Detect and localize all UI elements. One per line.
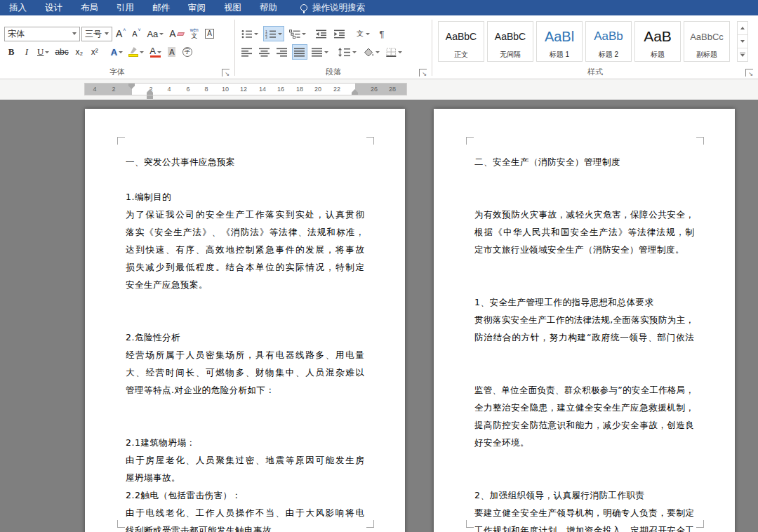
character-shading-button[interactable]: A — [165, 44, 179, 60]
strikethrough-button[interactable]: abc — [53, 44, 70, 60]
text-line[interactable]: 二、安全生产（消防安全）管理制度 — [474, 153, 694, 171]
text-line[interactable]: 监管、单位全面负责、群众积极参与”的安全工作格局， — [474, 381, 694, 399]
superscript-button[interactable]: x² — [88, 44, 102, 60]
style-card-subtitle[interactable]: AaBbCc 副标题 — [684, 21, 730, 62]
align-left-button[interactable] — [239, 44, 255, 60]
style-card-heading1[interactable]: AaBl 标题 1 — [536, 21, 583, 62]
page-2[interactable]: 二、安全生产（消防安全）管理制度 为有效预防火灾事故，减轻火灾危害，保障公共安全… — [434, 109, 735, 532]
text-line[interactable] — [474, 171, 694, 188]
text-line[interactable] — [474, 188, 694, 206]
subscript-button[interactable]: x₂ — [72, 44, 86, 60]
text-line[interactable] — [126, 416, 364, 434]
text-line[interactable] — [474, 346, 694, 364]
bullets-button[interactable] — [239, 26, 260, 41]
shading-button[interactable] — [361, 44, 382, 60]
text-line[interactable]: 防治结合的方针，努力构建“政府统一领导、部门依法 — [474, 328, 694, 346]
tab-mailings[interactable]: 邮件 — [143, 0, 179, 15]
text-line[interactable]: 2.危险性分析 — [126, 328, 364, 346]
styles-more-button[interactable] — [738, 48, 747, 61]
font-dialog-launcher[interactable]: ↘ — [222, 69, 230, 77]
grow-font-button[interactable]: A ˄ — [114, 26, 128, 41]
tab-insert[interactable]: 插入 — [0, 0, 36, 15]
tab-references[interactable]: 引用 — [107, 0, 143, 15]
text-line[interactable]: 管理等特点.对企业的危险分析如下： — [126, 381, 364, 399]
paragraph-dialog-launcher[interactable]: ↘ — [419, 69, 427, 77]
font-name-combobox[interactable]: 宋体 — [4, 27, 80, 41]
text-line[interactable]: 提高防控安全防范意识和能力，减少安全事故，创造良 — [474, 416, 694, 434]
text-line[interactable]: 达到快速、有序、高效地控制紧急事件的发展，将事故 — [126, 241, 364, 258]
font-size-combobox[interactable]: 三号 — [81, 27, 112, 41]
text-line[interactable] — [126, 171, 364, 188]
text-line[interactable] — [474, 364, 694, 381]
font-color-button[interactable]: A — [147, 44, 164, 60]
tab-layout[interactable]: 布局 — [72, 0, 107, 15]
text-line[interactable]: 要建立健全安全生产领导机构，明确专人负责，要制定 — [474, 504, 694, 521]
change-case-button[interactable]: Aa — [145, 26, 166, 41]
text-effects-button[interactable]: A — [109, 44, 125, 60]
italic-button[interactable]: I — [20, 44, 34, 60]
text-line[interactable]: 安全生产应急预案。 — [126, 276, 364, 293]
styles-dialog-launcher[interactable]: ↘ — [745, 69, 753, 77]
tab-design[interactable]: 设计 — [36, 0, 72, 15]
tab-help[interactable]: 帮助 — [251, 0, 286, 15]
text-line[interactable]: 全力整治安全隐患，建立健全安全生产应急救援机制， — [474, 399, 694, 416]
borders-button[interactable] — [384, 44, 404, 60]
text-line[interactable] — [474, 469, 694, 486]
text-line[interactable]: 由于电线老化、工作人员操作不当、由于大风影响将电 — [126, 504, 364, 521]
text-line[interactable]: 线刮断或受雷击都可能发生触电事故。 — [126, 521, 364, 532]
style-card-normal[interactable]: AaBbC 正文 — [438, 21, 484, 62]
sort-button[interactable]: 文 — [354, 26, 372, 41]
text-line[interactable]: 工作规划和年度计划，增加资金投入。定期召开安全工 — [474, 521, 694, 532]
text-line[interactable]: 1.编制目的 — [126, 188, 364, 206]
style-card-heading2[interactable]: AaBb 标题 2 — [585, 21, 632, 62]
styles-scroll-down-button[interactable] — [738, 35, 747, 48]
text-line[interactable] — [126, 399, 364, 416]
text-line[interactable]: 2、加强组织领导，认真履行消防工作职责 — [474, 486, 694, 504]
tell-me-search[interactable]: 操作说明搜索 — [300, 2, 365, 14]
show-marks-button[interactable]: ¶ — [375, 26, 389, 41]
distribute-button[interactable] — [310, 44, 331, 60]
clear-formatting-button[interactable]: A — [167, 26, 185, 41]
text-line[interactable]: 损失减少到最低程度。结合本单位的实际情况，特制定 — [126, 258, 364, 276]
multilevel-list-button[interactable] — [287, 26, 308, 41]
horizontal-ruler[interactable]: 4 2 2 4 6 8 10 12 14 16 18 20 22 26 28 — [85, 84, 406, 95]
tab-review[interactable]: 审阅 — [179, 0, 215, 15]
shrink-font-button[interactable]: A ˅ — [129, 26, 143, 41]
text-line[interactable]: 为有效预防火灾事故，减轻火灾危害，保障公共安全， — [474, 206, 694, 223]
align-center-button[interactable] — [257, 44, 272, 60]
text-line[interactable]: 贯彻落实安全生产工作的法律法规,全面落实预防为主， — [474, 311, 694, 328]
justify-button[interactable] — [292, 44, 307, 60]
highlight-color-button[interactable] — [126, 44, 146, 60]
text-line[interactable]: 1、安全生产管理工作的指导思想和总体要求 — [474, 293, 694, 311]
underline-button[interactable]: U — [35, 44, 51, 60]
styles-scroll-up-button[interactable] — [738, 22, 747, 35]
character-border-button[interactable]: A — [203, 26, 217, 41]
text-line[interactable]: 定市文旅行业领域安全生产（消防安全）管理制度。 — [474, 241, 694, 258]
numbering-button[interactable]: 123 — [263, 26, 284, 41]
decrease-indent-button[interactable] — [314, 26, 329, 41]
style-card-no-spacing[interactable]: AaBbC 无间隔 — [487, 21, 533, 62]
phonetic-guide-button[interactable]: wén 文 — [187, 26, 201, 41]
text-line[interactable]: 好安全环境。 — [474, 434, 694, 451]
bold-button[interactable]: B — [4, 44, 18, 60]
align-right-button[interactable] — [274, 44, 290, 60]
text-line[interactable] — [474, 258, 694, 276]
page-1[interactable]: 一、突发公共事件应急预案 1.编制目的 为了保证我公司的安全生产工作落实到实处，… — [85, 109, 405, 532]
text-line[interactable]: 一、突发公共事件应急预案 — [126, 153, 364, 171]
style-card-title[interactable]: AaB 标题 — [634, 21, 681, 62]
left-indent-marker[interactable] — [147, 95, 153, 99]
tab-view[interactable]: 视图 — [215, 0, 251, 15]
text-line[interactable]: 由于房屋老化、人员聚集过密、地震等原因可能发生房 — [126, 451, 364, 469]
text-line[interactable]: 大、经营时间长、可燃物多、财物集中、人员混杂难以 — [126, 364, 364, 381]
text-line[interactable] — [474, 451, 694, 469]
text-line[interactable] — [126, 293, 364, 311]
text-line[interactable]: 落实《安全生产法》、《消防法》等法律、法规和标准， — [126, 223, 364, 241]
text-line[interactable]: 经营场所属于人员密集场所，具有电器线路多、用电量 — [126, 346, 364, 364]
text-line[interactable] — [474, 276, 694, 293]
text-line[interactable]: 为了保证我公司的安全生产工作落实到实处，认真贯彻 — [126, 206, 364, 223]
text-line[interactable]: 2.2触电（包括雷击伤害）： — [126, 486, 364, 504]
text-line[interactable]: 屋坍塌事故。 — [126, 469, 364, 486]
text-line[interactable]: 根据《中华人民共和国安全生产法》等法律法规，制 — [474, 223, 694, 241]
increase-indent-button[interactable] — [332, 26, 347, 41]
enclose-characters-button[interactable]: 字 — [180, 44, 194, 60]
